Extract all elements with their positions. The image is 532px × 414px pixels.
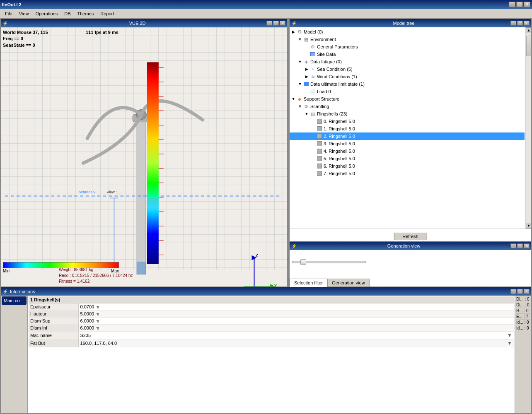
top-section: ⚡ VUE 2D _ □ ✕ World Mouse 37, 115 111 f… (0, 18, 532, 287)
gen-view-controls[interactable]: _ □ ✕ (510, 243, 530, 248)
color-min-label: Min (3, 269, 10, 273)
menu-themes[interactable]: Themes (74, 10, 97, 17)
tree-content[interactable]: ▶ ⚙ Model (0) ▼ ▤ Environment (290, 27, 531, 229)
svg-text:View : ...: View : ... (107, 190, 121, 194)
vue2d-minimize[interactable]: _ (266, 21, 272, 26)
gen-maximize[interactable]: □ (517, 243, 523, 248)
tree-item-ringshell0[interactable]: ▶ 0. Ringshell 5.0 (290, 118, 525, 125)
maximize-btn[interactable]: □ (516, 2, 523, 7)
informations-panel: ⚡ Informations _ □ ✕ Main co 1 Ringshell… (0, 287, 532, 414)
tree-item-environment[interactable]: ▼ ▤ Environment (290, 36, 525, 43)
info-controls[interactable]: _ □ ✕ (510, 289, 530, 294)
scroll-down[interactable]: ▼ (526, 223, 532, 229)
vue2d-controls[interactable]: _ □ ✕ (266, 21, 285, 26)
tree-expand-df[interactable]: ▼ (297, 59, 303, 65)
fatbut-value: 160.0, 117.0, 64.0 (80, 341, 117, 346)
tree-label-ringshell3: 3. Ringshell 5.0 (324, 141, 355, 146)
close-btn[interactable]: ✕ (524, 2, 530, 7)
tree-item-ringshell5[interactable]: ▶ 5. Ringshell 5.0 (290, 155, 525, 162)
vue2d-title-bar: ⚡ VUE 2D _ □ ✕ (1, 19, 287, 27)
tree-label-load0: Load 0 (317, 89, 331, 94)
gen-tab-selection-filter[interactable]: Selection filter (290, 279, 327, 287)
tree-item-sea-condition[interactable]: ▶ ≈ Sea Condition (5) (290, 65, 525, 73)
tree-label-model: Model (0) (304, 29, 323, 34)
tree-item-ringshell1[interactable]: ▶ 1. Ringshell 5.0 (290, 125, 525, 132)
gen-view-title: Generation view (387, 243, 421, 248)
refresh-button[interactable]: Refresh (394, 233, 427, 240)
svg-text:X: X (274, 284, 277, 286)
info-minimize[interactable]: _ (510, 289, 516, 294)
tree-item-ringshell2[interactable]: ▶ 2. Ringshell 5.0 (290, 132, 525, 140)
scroll-up[interactable]: ▲ (526, 27, 532, 33)
gen-slider[interactable] (292, 261, 366, 263)
tree-item-model[interactable]: ▶ ⚙ Model (0) (290, 28, 525, 36)
menu-db[interactable]: DB (61, 10, 74, 17)
vue2d-icon: ⚡ (2, 21, 8, 26)
menu-file[interactable]: File (2, 10, 16, 17)
gen-close[interactable]: ✕ (524, 243, 530, 248)
tree-item-data-fatigue[interactable]: ▼ ◈ Data fatigue (0) (290, 58, 525, 65)
side-col-di2: Di... : 0 (516, 302, 530, 308)
tree-expand-env[interactable]: ▼ (297, 36, 303, 42)
minimize-btn[interactable]: _ (509, 2, 515, 7)
tree-expand-wc[interactable]: ▶ (304, 74, 310, 79)
field-name-diam-inf: Diam Inf (29, 325, 78, 332)
menu-operations[interactable]: Operations (32, 10, 61, 17)
tree-scrollbar[interactable]: ▲ ▼ (525, 27, 531, 229)
tree-item-general-params[interactable]: ▶ ⚙ General Parameters (290, 43, 525, 51)
mat-dropdown-icon[interactable]: ▼ (507, 332, 512, 338)
fitness-label: Fitness = 1.4162 (59, 279, 133, 284)
mat-value: S235 (80, 333, 91, 338)
title-bar-controls[interactable]: _ □ ✕ (509, 2, 530, 7)
tree-minimize[interactable]: _ (510, 21, 516, 26)
tree-expand-sc[interactable]: ▶ (304, 66, 310, 72)
tree-item-ringshell3[interactable]: ▶ 3. Ringshell 5.0 (290, 140, 525, 147)
tree-label-ringshell5: 5. Ringshell 5.0 (324, 156, 355, 161)
table-row: Epaisseur 0.0700 m (29, 303, 514, 310)
tree-item-wind-conditions[interactable]: ▶ ≋ Wind Conditions (1) (290, 73, 525, 80)
tree-icon-ringshell5 (316, 155, 323, 162)
tree-item-site-data[interactable]: ▶ Site Data (290, 51, 525, 58)
tree-item-ringshells[interactable]: ▼ ▤ Ringshells (23) (290, 110, 525, 118)
menu-view[interactable]: View (16, 10, 32, 17)
tree-item-ringshell6[interactable]: ▶ 6. Ringshell 5.0 (290, 162, 525, 170)
tree-expand-ss[interactable]: ▼ (290, 96, 296, 102)
right-panel: ⚡ Model tree _ □ ✕ ▲ ▼ (288, 18, 532, 287)
tree-icon-ss: ◆ (296, 96, 303, 102)
color-scale-area: Min Max (3, 262, 119, 273)
tree-item-data-uls[interactable]: ▼ Data ultimate limit state (1) (290, 80, 525, 88)
fatbut-dropdown-icon[interactable]: ▼ (507, 340, 512, 346)
tree-item-scantling[interactable]: ▼ ⚙ Scantling (290, 103, 525, 110)
gen-tab-generation-view[interactable]: Generation view (327, 279, 370, 286)
gen-icon: ⚡ (291, 243, 297, 249)
tree-icon-sd (310, 51, 316, 58)
tree-label-ringshell1: 1. Ringshell 5.0 (324, 126, 355, 131)
tree-item-support-structure[interactable]: ▼ ◆ Support Structure (290, 95, 525, 103)
gen-minimize[interactable]: _ (510, 243, 516, 248)
tree-expand-scantling[interactable]: ▼ (297, 104, 303, 109)
info-tab-main[interactable]: Main co (2, 296, 27, 305)
vue2d-close[interactable]: ✕ (280, 21, 285, 26)
color-max-label: Max (111, 269, 119, 273)
tree-item-load0[interactable]: ▶ 📄 Load 0 (290, 88, 525, 95)
tree-item-ringshell7[interactable]: ▶ 7. Ringshell 5.0 (290, 170, 525, 177)
tree-close[interactable]: ✕ (524, 21, 530, 26)
info-maximize[interactable]: □ (517, 289, 523, 294)
app-title: EeOoLI 2 (2, 2, 22, 7)
model-tree-controls[interactable]: _ □ ✕ (510, 21, 530, 26)
tree-expand-uls[interactable]: ▼ (297, 81, 303, 87)
menu-report[interactable]: Report (97, 10, 117, 17)
tree-item-ringshell4[interactable]: ▶ 4. Ringshell 5.0 (290, 147, 525, 155)
table-row: Mat. name S235 ▼ (29, 332, 514, 339)
gen-slider-thumb[interactable] (300, 259, 306, 265)
vue2d-maximize[interactable]: □ (273, 21, 279, 26)
tree-maximize[interactable]: □ (517, 21, 523, 26)
model-tree-title: Model tree (393, 21, 415, 26)
tree-label-ringshells: Ringshells (23) (317, 111, 347, 116)
scroll-thumb[interactable] (526, 36, 531, 56)
table-row: Fat But 160.0, 117.0, 64.0 ▼ (29, 339, 514, 347)
tree-expand-ringshells[interactable]: ▼ (304, 111, 310, 117)
info-close[interactable]: ✕ (524, 289, 530, 294)
tree-expand-model[interactable]: ▶ (290, 29, 296, 35)
tree-label-ringshell0: 0. Ringshell 5.0 (324, 119, 355, 124)
